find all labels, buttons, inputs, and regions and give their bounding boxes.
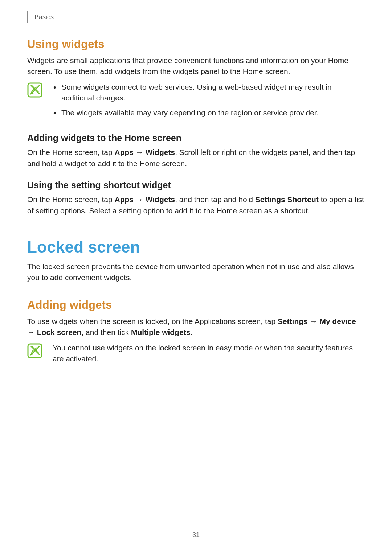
bold-apps: Apps — [114, 195, 134, 204]
text: . — [190, 328, 192, 336]
heading-adding-widgets-home: Adding widgets to the Home screen — [27, 133, 365, 143]
bold-multiple-widgets: Multiple widgets — [131, 328, 190, 336]
note-block-locked: You cannot use widgets on the locked scr… — [27, 342, 365, 365]
paragraph-using-widgets-intro: Widgets are small applications that prov… — [27, 55, 365, 77]
note-paragraph: You cannot use widgets on the locked scr… — [53, 342, 365, 365]
arrow: → — [27, 328, 37, 336]
note-content: You cannot use widgets on the locked scr… — [53, 342, 365, 365]
bold-my-device: My device — [319, 317, 356, 325]
chapter-label: Basics — [34, 13, 54, 21]
note-icon — [27, 82, 42, 98]
text: On the Home screen, tap — [27, 148, 114, 156]
bold-settings-shortcut: Settings Shortcut — [255, 195, 319, 204]
bold-widgets: Widgets — [146, 148, 175, 156]
note-item: Some widgets connect to web services. Us… — [61, 82, 365, 104]
text: On the Home screen, tap — [27, 195, 114, 204]
bold-widgets: Widgets — [146, 195, 175, 204]
arrow: → — [308, 317, 320, 325]
heading-locked-screen: Locked screen — [27, 238, 365, 256]
text: , and then tap and hold — [175, 195, 255, 204]
page-number: 31 — [0, 531, 392, 539]
note-list: Some widgets connect to web services. Us… — [53, 82, 365, 118]
bold-lock-screen: Lock screen — [37, 328, 82, 336]
heading-setting-shortcut: Using the setting shortcut widget — [27, 180, 365, 190]
paragraph-adding-widgets-locked: To use widgets when the screen is locked… — [27, 316, 365, 338]
bold-settings: Settings — [278, 317, 308, 325]
arrow: → — [134, 148, 146, 156]
paragraph-adding-widgets-home: On the Home screen, tap Apps → Widgets. … — [27, 147, 365, 169]
arrow: → — [134, 195, 146, 204]
bold-apps: Apps — [114, 148, 134, 156]
note-item: The widgets available may vary depending… — [61, 107, 365, 118]
paragraph-setting-shortcut: On the Home screen, tap Apps → Widgets, … — [27, 194, 365, 216]
chapter-divider — [27, 11, 28, 23]
page: Basics Using widgets Widgets are small a… — [0, 0, 392, 554]
heading-adding-widgets: Adding widgets — [27, 299, 365, 312]
chapter-bar: Basics — [27, 11, 365, 23]
paragraph-locked-screen-intro: The locked screen prevents the device fr… — [27, 261, 365, 283]
text: , and then tick — [81, 328, 131, 336]
heading-using-widgets: Using widgets — [27, 38, 365, 51]
note-block-widgets: Some widgets connect to web services. Us… — [27, 82, 365, 122]
text: To use widgets when the screen is locked… — [27, 317, 278, 325]
note-icon — [27, 343, 42, 358]
note-content: Some widgets connect to web services. Us… — [53, 82, 365, 122]
